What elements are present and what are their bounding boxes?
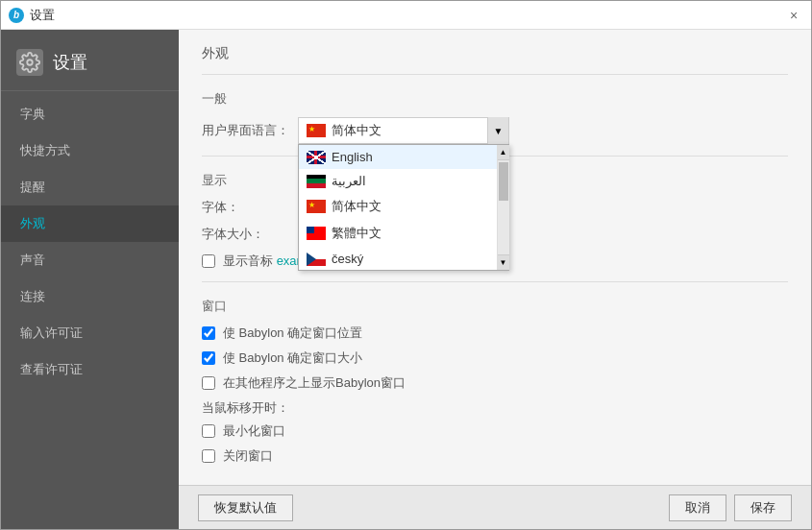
dropdown-arrow-button[interactable]: ▼ — [487, 117, 508, 144]
close-window-label: 关闭窗口 — [223, 447, 273, 465]
flag-cn2 — [307, 200, 326, 213]
reset-button[interactable]: 恢复默认值 — [198, 494, 293, 521]
show-on-top-row: 在其他程序之上显示Babylon窗口 — [202, 374, 788, 392]
flag-ar — [307, 175, 326, 188]
flag-tw — [307, 227, 326, 240]
window-title: 设置 — [30, 7, 784, 24]
main-content: 设置 字典 快捷方式 提醒 外观 声音 连接 输入许可证 查看许可证 外观 一般 — [1, 30, 811, 529]
dropdown-list-inner: English العربية 简体中文 — [299, 145, 508, 270]
dropdown-item-english-label: English — [332, 150, 373, 164]
sidebar-item-sound[interactable]: 声音 — [1, 242, 179, 278]
current-language-text: 简体中文 — [332, 122, 487, 139]
sidebar-title: 设置 — [53, 51, 87, 74]
footer-right: 取消 保存 — [669, 494, 792, 521]
show-on-top-checkbox[interactable] — [202, 376, 215, 390]
dropdown-item-english[interactable]: English — [299, 145, 508, 169]
section-title: 外观 — [202, 45, 788, 62]
settings-window: b 设置 × 设置 字典 快捷方式 提醒 外观 声音 — [0, 0, 812, 530]
sidebar-item-input-license[interactable]: 输入许可证 — [1, 315, 179, 351]
on-mouse-move-title: 当鼠标移开时： — [202, 399, 788, 417]
close-checkbox[interactable] — [202, 449, 215, 463]
title-bar: b 设置 × — [1, 1, 811, 30]
minimize-label: 最小化窗口 — [223, 422, 285, 440]
language-row: 用户界面语言： 简体中文 ▼ — [202, 117, 788, 144]
babylon-position-label: 使 Babylon 确定窗口位置 — [223, 325, 362, 342]
settings-icon — [16, 49, 43, 76]
flag-uk — [307, 151, 326, 164]
footer-left: 恢复默认值 — [198, 494, 293, 521]
scrollbar-up-button[interactable]: ▲ — [498, 145, 509, 160]
app-logo: b — [9, 8, 24, 23]
scrollbar-track — [498, 160, 509, 254]
close-row: 关闭窗口 — [202, 447, 788, 465]
show-phonetics-checkbox[interactable] — [202, 254, 215, 268]
general-section-title: 一般 — [202, 90, 788, 108]
divider-display — [202, 281, 788, 282]
babylon-size-row: 使 Babylon 确定窗口大小 — [202, 349, 788, 367]
sidebar-header: 设置 — [1, 30, 179, 91]
sidebar-item-shortcuts[interactable]: 快捷方式 — [1, 132, 179, 169]
content-area: 外观 一般 用户界面语言： 简体中文 ▼ — [179, 30, 811, 529]
language-label: 用户界面语言： — [202, 122, 298, 139]
dropdown-item-tchinese[interactable]: 繁體中文 — [299, 220, 508, 247]
current-language-flag — [307, 124, 326, 137]
sidebar-item-appearance[interactable]: 外观 — [1, 205, 179, 242]
close-button[interactable]: × — [784, 6, 803, 25]
cancel-button[interactable]: 取消 — [669, 494, 726, 521]
show-on-top-label: 在其他程序之上显示Babylon窗口 — [223, 374, 406, 392]
sidebar-item-connection[interactable]: 连接 — [1, 278, 179, 315]
font-size-label: 字体大小： — [202, 226, 298, 243]
flag-cz — [307, 253, 326, 266]
footer: 恢复默认值 取消 保存 — [179, 485, 811, 529]
sidebar-item-view-license[interactable]: 查看许可证 — [1, 351, 179, 388]
sidebar: 设置 字典 快捷方式 提醒 外观 声音 连接 输入许可证 查看许可证 — [1, 30, 179, 529]
dropdown-scrollbar: ▲ ▼ — [497, 145, 508, 270]
babylon-size-checkbox[interactable] — [202, 351, 215, 365]
language-dropdown[interactable]: 简体中文 ▼ English — [298, 117, 509, 144]
babylon-position-checkbox[interactable] — [202, 326, 215, 340]
dropdown-item-schinese[interactable]: 简体中文 — [299, 193, 508, 220]
language-dropdown-trigger[interactable]: 简体中文 ▼ — [298, 117, 509, 144]
svg-point-0 — [27, 60, 33, 65]
dropdown-item-tchinese-label: 繁體中文 — [332, 225, 381, 242]
minimize-row: 最小化窗口 — [202, 422, 788, 440]
window-section-title: 窗口 — [202, 298, 788, 315]
chevron-down-icon: ▼ — [494, 126, 504, 136]
dropdown-item-czech[interactable]: český — [299, 247, 508, 270]
dropdown-item-schinese-label: 简体中文 — [332, 198, 381, 215]
divider-top — [202, 74, 788, 75]
content-main: 外观 一般 用户界面语言： 简体中文 ▼ — [179, 30, 811, 485]
dropdown-item-czech-label: český — [332, 252, 363, 266]
babylon-size-label: 使 Babylon 确定窗口大小 — [223, 349, 362, 367]
font-label: 字体： — [202, 199, 298, 216]
dropdown-item-arabic[interactable]: العربية — [299, 169, 508, 193]
dropdown-item-arabic-label: العربية — [332, 174, 366, 188]
scrollbar-thumb[interactable] — [499, 162, 508, 201]
sidebar-item-dictionary[interactable]: 字典 — [1, 96, 179, 132]
babylon-position-row: 使 Babylon 确定窗口位置 — [202, 325, 788, 342]
scrollbar-down-button[interactable]: ▼ — [498, 254, 509, 270]
sidebar-nav: 字典 快捷方式 提醒 外观 声音 连接 输入许可证 查看许可证 — [1, 91, 179, 529]
save-button[interactable]: 保存 — [734, 494, 792, 521]
language-dropdown-list: English العربية 简体中文 — [298, 144, 509, 271]
sidebar-item-reminders[interactable]: 提醒 — [1, 169, 179, 205]
minimize-checkbox[interactable] — [202, 424, 215, 438]
